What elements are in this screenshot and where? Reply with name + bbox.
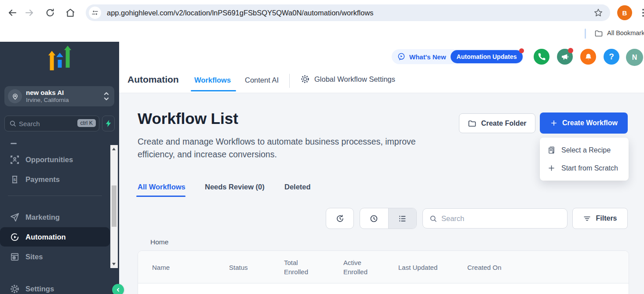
create-folder-button[interactable]: Create Folder: [459, 113, 535, 133]
filters-label: Filters: [596, 214, 617, 222]
sidebar-search-input[interactable]: [19, 116, 72, 131]
workflow-search[interactable]: [422, 208, 568, 229]
shortcut-badge: ctrl K: [77, 119, 96, 127]
app-shell: new oaks AI Irvine, California ctrl K: [0, 42, 644, 294]
phone-button[interactable]: [534, 49, 549, 65]
sidebar-item-label: Opportunities: [25, 156, 73, 164]
announcements-button[interactable]: [557, 49, 573, 65]
menu-item-start-from-scratch[interactable]: Start from Scratch: [540, 159, 629, 177]
column-header-active-enrolled: Active Enrolled: [343, 251, 371, 283]
plus-icon: [547, 164, 556, 172]
profile-initial: B: [622, 9, 627, 17]
url-bar[interactable]: app.gohighlevel.com/v2/location/lnPS691g…: [86, 4, 610, 21]
scrollbar-thumb[interactable]: [112, 185, 116, 227]
search-icon: [9, 120, 17, 127]
quick-actions-button[interactable]: [102, 116, 115, 131]
sidebar-item-opportunities[interactable]: Opportunities: [0, 150, 110, 169]
menu-item-select-recipe[interactable]: Select a Recipe: [540, 141, 629, 159]
menu-item-label: Select a Recipe: [561, 146, 611, 154]
bookmark-star-icon[interactable]: [593, 8, 603, 18]
payments-icon: $: [10, 174, 20, 185]
column-header-last-updated: Last Updated: [398, 251, 437, 283]
help-button[interactable]: ?: [604, 49, 619, 65]
automation-updates-badge[interactable]: Automation Updates: [451, 50, 523, 63]
automation-updates-label: Automation Updates: [457, 53, 517, 60]
url-text: app.gohighlevel.com/v2/location/lnPS691g…: [107, 4, 374, 21]
tab-workflows[interactable]: Workflows: [194, 76, 231, 84]
location-switcher[interactable]: new oaks AI Irvine, California: [4, 86, 114, 106]
sidebar-scrollbar[interactable]: [110, 145, 118, 268]
sidebar: new oaks AI Irvine, California ctrl K: [0, 42, 119, 294]
notifications-button[interactable]: [580, 49, 596, 65]
recipe-icon: [547, 146, 556, 154]
location-pin-icon: [8, 89, 22, 103]
clipped-nav-item-icon: [11, 143, 17, 144]
browser-toolbar: app.gohighlevel.com/v2/location/lnPS691g…: [0, 0, 644, 25]
browser-chrome: app.gohighlevel.com/v2/location/lnPS691g…: [0, 0, 644, 42]
bell-icon: [584, 53, 593, 61]
create-workflow-label: Create Workflow: [562, 119, 618, 127]
global-workflow-settings-link[interactable]: Global Workflow Settings: [300, 74, 395, 84]
active-tab-underline: [191, 90, 236, 91]
screen: app.gohighlevel.com/v2/location/lnPS691g…: [0, 0, 644, 294]
whats-new-pill[interactable]: What's New Automation Updates: [392, 49, 524, 64]
sidebar-collapse-button[interactable]: [112, 284, 124, 294]
sidebar-item-sites[interactable]: Sites: [0, 247, 110, 266]
lightning-icon: [106, 120, 112, 127]
list-view-button[interactable]: [388, 208, 417, 229]
question-mark-icon: ?: [609, 52, 614, 62]
forward-icon[interactable]: [24, 7, 35, 18]
page-body: Workflow List Create and manage Workflow…: [119, 93, 644, 294]
reload-icon[interactable]: [45, 8, 55, 18]
subtab-all-workflows[interactable]: All Workflows: [138, 183, 186, 191]
history-clock-icon: [335, 214, 345, 223]
gohighlevel-logo-icon: [48, 45, 72, 70]
sidebar-item-automation[interactable]: Automation: [0, 227, 110, 247]
subtab-deleted[interactable]: Deleted: [284, 183, 311, 191]
sidebar-item-settings[interactable]: Settings: [0, 279, 110, 294]
filters-button[interactable]: Filters: [572, 208, 628, 229]
sidebar-item-label: Automation: [25, 233, 66, 241]
subtab-needs-review[interactable]: Needs Review (0): [205, 183, 265, 191]
whats-new-icon: [397, 52, 406, 61]
all-bookmarks-label[interactable]: All Bookmarks: [607, 29, 644, 36]
create-workflow-menu: Select a Recipe Start from Scratch: [540, 138, 629, 181]
breadcrumb-home[interactable]: Home: [150, 238, 168, 246]
sidebar-item-payments[interactable]: $ Payments: [0, 170, 110, 189]
sidebar-item-label: Sites: [25, 253, 43, 261]
opportunities-icon: [10, 155, 20, 165]
folder-icon: [594, 29, 603, 38]
back-icon[interactable]: [7, 7, 18, 18]
column-header-created-on: Created On: [467, 251, 502, 283]
gear-icon: [10, 284, 20, 294]
page-description: Create and manage Workflows to automate …: [138, 135, 445, 161]
home-icon[interactable]: [65, 7, 76, 18]
workflow-search-input[interactable]: [441, 209, 562, 228]
sidebar-item-marketing[interactable]: Marketing: [0, 207, 110, 227]
phone-icon: [538, 53, 546, 61]
recent-view-button[interactable]: [360, 208, 388, 229]
avatar-initial: N: [632, 54, 637, 62]
sidebar-item-label: Settings: [25, 285, 54, 293]
create-workflow-button[interactable]: Create Workflow: [540, 113, 628, 134]
main-content: What's New Automation Updates: [119, 42, 644, 294]
content-header: What's New Automation Updates: [119, 42, 644, 93]
sidebar-search[interactable]: ctrl K: [4, 116, 99, 131]
scroll-up-icon[interactable]: [112, 148, 116, 150]
search-icon: [429, 214, 437, 223]
account-name: new oaks AI: [26, 89, 64, 96]
user-avatar[interactable]: N: [626, 49, 643, 66]
site-settings-icon[interactable]: [89, 7, 101, 19]
scroll-down-icon[interactable]: [112, 263, 116, 265]
automation-icon: [10, 232, 20, 242]
marketing-icon: [10, 212, 20, 222]
browser-menu-icon[interactable]: [641, 8, 644, 17]
execution-logs-button[interactable]: [326, 208, 354, 229]
active-subtab-underline: [136, 196, 186, 197]
tab-content-ai[interactable]: Content AI: [245, 76, 279, 84]
folder-icon: [468, 119, 477, 128]
clock-icon: [369, 214, 378, 223]
svg-text:$: $: [14, 177, 16, 181]
bookmarks-bar: All Bookmarks: [0, 25, 644, 42]
browser-profile-avatar[interactable]: B: [617, 5, 632, 20]
